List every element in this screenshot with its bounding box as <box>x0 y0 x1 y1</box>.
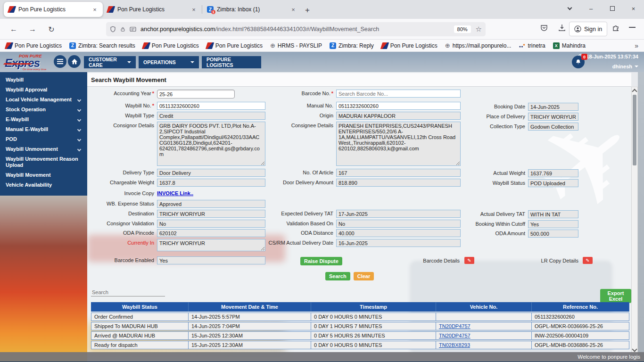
forward-button[interactable]: → <box>25 22 40 36</box>
invoice-link[interactable]: INVOICE Link.. <box>157 189 193 196</box>
user-menu[interactable]: dhinesh <box>612 64 638 69</box>
table-search-input[interactable] <box>91 288 165 296</box>
sidebar-item-waybill-approval[interactable]: Waybill Approval <box>0 85 87 95</box>
nav-customer-care[interactable]: CUSTOMER CARE <box>84 56 136 68</box>
sidebar-item-waybill-unmovement-reason-upload[interactable]: Waybill Unmovement Reason Upload <box>0 154 87 170</box>
collection-type-input[interactable] <box>528 123 578 131</box>
vehicle-link[interactable]: TN20DP4757 <box>439 323 471 329</box>
sidebar-item-e-waybill[interactable]: E-Waybill <box>0 115 87 124</box>
currently-in-textarea[interactable]: TRICHY WORIYUR <box>157 239 265 251</box>
col-vehicle-no[interactable]: Vehicle No. <box>436 302 532 312</box>
origin-input[interactable] <box>336 112 461 120</box>
nav-operations[interactable]: OPERATIONS <box>139 56 199 68</box>
barcode-no-input[interactable] <box>336 90 461 98</box>
scrollbar-thumb[interactable] <box>633 95 636 165</box>
zoom-level-badge[interactable]: 80% <box>454 25 471 33</box>
permissions-icon[interactable] <box>130 26 136 32</box>
bookmark-hrms-payslip[interactable]: ⊕HRMS - PAYSLIP <box>270 42 322 49</box>
tab-close-icon[interactable]: × <box>289 5 297 14</box>
waybill-no-input[interactable] <box>157 102 265 110</box>
bookmark-ponpure-2[interactable]: Pon Pure Logistics <box>143 42 199 49</box>
scroll-up-icon[interactable] <box>632 89 637 94</box>
actual-weight-input[interactable] <box>528 169 578 177</box>
consignee-details-textarea[interactable]: PRANESH ENTERPRISES,CUS2443/PRANESH ENTE… <box>336 122 461 166</box>
manual-no-input[interactable] <box>336 102 461 110</box>
minimize-button[interactable]: – <box>580 0 602 17</box>
accounting-year-input[interactable] <box>157 90 235 99</box>
nav-ponpure-logistics[interactable]: PONPURE LOGISTICS <box>202 56 261 68</box>
lr-copy-details-edit-icon[interactable]: ✎ <box>583 257 593 264</box>
vehicle-link[interactable]: TN02BX8293 <box>439 342 470 348</box>
tab-close-icon[interactable]: × <box>190 5 198 14</box>
maximize-button[interactable] <box>602 0 623 17</box>
col-reference-no[interactable]: Reference No. <box>532 302 629 312</box>
col-movement-date[interactable]: Movement Date & Time <box>189 302 311 312</box>
bookmark-zimbra-search[interactable]: ZZimbra: Search results <box>69 42 135 49</box>
bookmarks-overflow-icon[interactable]: » <box>635 42 638 49</box>
back-button[interactable]: ← <box>7 22 21 36</box>
downloads-icon[interactable] <box>558 24 566 32</box>
col-waybill-status[interactable]: Waybill Status <box>91 302 189 312</box>
sidebar-item-waybill-unmovement[interactable]: Waybill Unmovement <box>0 144 87 154</box>
tab-pon-pure-1[interactable]: Pon Pure Logistics × <box>4 2 103 17</box>
bookmark-ponpure-1[interactable]: Pon Pure Logistics <box>6 42 62 49</box>
tab-list-chevron-icon[interactable] <box>559 0 580 17</box>
sidebar-item-vehicle-availability[interactable]: Vehicle Availability <box>0 180 87 190</box>
sidebar-item-stock-operation[interactable]: Stock Operation <box>0 105 87 115</box>
close-window-button[interactable]: × <box>623 0 644 17</box>
bookmark-ponpure-4[interactable]: Pon Pure Logistics <box>381 42 438 49</box>
csrm-actual-delivery-date-input[interactable] <box>336 239 461 247</box>
no-of-article-input[interactable] <box>336 169 461 177</box>
delivery-type-input[interactable] <box>157 169 265 177</box>
scroll-down-icon[interactable] <box>632 346 637 352</box>
oda-distance-input[interactable] <box>336 229 461 237</box>
oda-amount-input[interactable] <box>528 230 578 238</box>
pocket-icon[interactable] <box>540 24 548 32</box>
waybill-type-input[interactable] <box>157 112 265 120</box>
oda-pincode-input[interactable] <box>157 229 265 237</box>
waybill-status-input[interactable] <box>528 179 578 187</box>
home-button[interactable] <box>68 55 81 68</box>
tab-zimbra[interactable]: Z1 Zimbra: Inbox (1) × <box>202 2 301 17</box>
chargeable-weight-input[interactable] <box>157 179 265 187</box>
vehicle-link[interactable]: TN20DP4757 <box>439 333 471 338</box>
consignor-details-textarea[interactable]: GRB DAIRY FOODS PVT. LTD,Plot No.A-2,SIP… <box>157 122 265 166</box>
sidebar-item-manual-e-waybill[interactable]: Manual E-Waybill <box>0 124 87 134</box>
validation-based-on-input[interactable] <box>336 220 461 228</box>
bookmark-ponpure-3[interactable]: Pon Pure Logistics <box>206 42 263 49</box>
reload-button[interactable]: ↻ <box>44 22 58 36</box>
search-button[interactable]: Search <box>325 272 350 280</box>
sidebar-item-waybill[interactable]: Waybill <box>0 75 87 85</box>
shield-icon[interactable] <box>110 26 116 33</box>
url-bar[interactable]: anchor.ponpurelogistics.com/index.html?6… <box>106 22 486 36</box>
sidebar-item-local-vehicle-management[interactable]: Local Vehicle Management <box>0 95 87 105</box>
booking-date-input[interactable] <box>528 103 578 111</box>
actual-delivery-tat-input[interactable] <box>528 210 578 218</box>
notifications-button[interactable]: 0 <box>572 56 585 68</box>
expected-delivery-tat-input[interactable] <box>336 210 461 218</box>
bookmark-star-icon[interactable]: ☆ <box>476 25 482 33</box>
sidebar-item-waybill-movement[interactable]: Waybill Movement <box>0 170 87 180</box>
new-tab-button[interactable]: + <box>305 6 310 15</box>
lock-icon[interactable] <box>120 26 125 33</box>
url-text[interactable]: anchor.ponpurelogistics.com/index.html?6… <box>140 26 454 33</box>
bookmark-mahindra[interactable]: XMahindra <box>553 42 586 49</box>
booking-within-cutoff-input[interactable] <box>528 220 578 228</box>
raise-dispute-button[interactable]: Raise Dispute <box>300 257 342 265</box>
sign-in-button[interactable]: Sign in <box>569 22 607 36</box>
app-menu-button[interactable] <box>54 55 66 68</box>
door-delivery-amount-input[interactable] <box>336 179 461 187</box>
destination-input[interactable] <box>157 210 265 218</box>
wb-expense-status-input[interactable] <box>157 200 265 208</box>
extensions-icon[interactable] <box>612 24 619 32</box>
place-of-delivery-input[interactable] <box>528 113 578 121</box>
content-scrollbar[interactable] <box>631 87 638 354</box>
bookmark-trinetra[interactable]: trinetra <box>519 42 545 49</box>
clear-button[interactable]: Clear <box>354 272 374 280</box>
tab-pon-pure-2[interactable]: Pon Pure Logistics × <box>103 2 202 17</box>
bookmark-zimbra-reply[interactable]: ZZimbra: Reply <box>330 42 374 49</box>
sidebar-item-pod[interactable]: POD <box>0 134 87 144</box>
consignor-validation-input[interactable] <box>157 220 265 228</box>
bookmark-mail-ponpure[interactable]: ⊕https://mail.ponpurelo... <box>445 42 512 49</box>
tab-close-icon[interactable]: × <box>91 5 99 14</box>
